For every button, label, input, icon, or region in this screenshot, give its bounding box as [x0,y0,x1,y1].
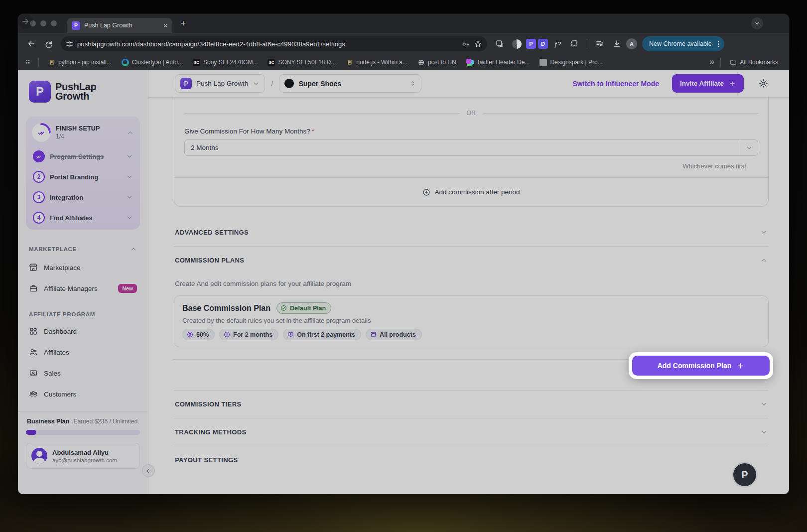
add-commission-plan-button[interactable]: Add Commission Plan [632,356,770,376]
chevron-down-icon[interactable] [126,214,133,221]
months-select[interactable]: 2 Months [184,139,758,156]
bookmark-label: Sony SEL2470GM... [203,59,258,66]
sidebar-item-sales[interactable]: Sales [26,363,140,383]
campaign-select[interactable]: Super Shoes [279,74,421,93]
tracking-methods-section[interactable]: TRACKING METHODS [174,418,769,446]
user-name: Abdulsamad Aliyu [52,449,117,456]
bookmark-item[interactable]: post to HN [413,56,460,68]
bookmark-label: post to HN [428,59,456,66]
extension-pushlap-icon[interactable]: P [526,39,536,49]
chrome-update-button[interactable]: New Chrome available [642,36,724,51]
sidebar-collapse-button[interactable] [142,464,155,477]
sales-card-icon [29,369,38,378]
tab-close-icon[interactable] [163,23,168,28]
all-bookmarks-button[interactable]: All Bookmarks [726,56,782,68]
extension-d-icon[interactable]: D [538,39,548,49]
bookmark-item[interactable]: Clusterly.ai | Auto... [118,56,187,68]
bookmark-item[interactable]: node.js - Within a... [342,56,411,68]
switch-influencer-mode-link[interactable]: Switch to Influencer Mode [573,80,659,88]
bookmarks-bar: python - pip install... Clusterly.ai | A… [18,55,789,70]
setup-step-program-settings[interactable]: Program Settings [32,150,134,162]
downloads-icon[interactable] [609,36,624,51]
user-card[interactable]: Abdulsamad Aliyu ayo@pushlapgrowth.com [26,443,140,469]
sidebar-item-marketplace[interactable]: Marketplace [26,258,140,277]
extension-notion-icon[interactable] [509,36,524,51]
site-settings-icon[interactable] [66,40,73,48]
required-asterisk: * [312,128,314,135]
finish-setup-card: FINISH SETUP 1/4 Program Settings 2 [26,117,140,230]
chat-widget-button[interactable]: P [733,463,756,486]
media-controls-icon[interactable] [592,36,607,51]
browser-toolbar: pushlapgrowth.com/dashboard/campaign/340… [18,33,789,55]
setup-step-find-affiliates[interactable]: 4 Find Affiliates [32,212,134,224]
url-bar[interactable]: pushlapgrowth.com/dashboard/campaign/340… [61,36,487,51]
setup-step-integration[interactable]: 3 Integration [32,191,134,203]
app-logo-mark: P [29,81,51,103]
back-button[interactable] [24,36,39,51]
globe-favicon [417,59,425,66]
finish-setup-progress: 1/4 [56,133,122,140]
password-manager-icon[interactable] [461,40,470,48]
sidebar-item-customers[interactable]: Customers [26,384,140,404]
bookmark-star-icon[interactable] [474,40,482,48]
setup-step-portal-branding[interactable]: 2 Portal Branding [32,171,134,183]
window-zoom-button[interactable] [51,20,57,26]
app-logo[interactable]: P PushLapGrowth [29,81,137,103]
bookmark-item[interactable]: Designspark | Pro... [536,56,606,68]
advanced-settings-section[interactable]: ADVANCED SETTINGS [174,219,769,246]
window-close-button[interactable] [30,20,36,26]
select-updown-icon [409,80,416,87]
users-icon [29,348,38,357]
arrow-left-icon [145,468,152,474]
bookmark-item[interactable]: SC SONY SEL50F18 D... [264,56,340,68]
chevron-down-icon[interactable] [126,194,133,201]
program-select-value: Push Lap Growth [196,80,248,87]
sc-favicon: SC [268,59,275,66]
extensions-puzzle-icon[interactable] [567,36,582,51]
save-to-collection-icon[interactable] [492,36,507,51]
apps-grid-icon[interactable] [25,59,32,66]
extension-fn-icon[interactable]: ƒ? [550,36,565,51]
chevron-up-icon[interactable] [130,246,137,253]
months-select-value: 2 Months [185,144,740,151]
bookmark-item[interactable]: Twitter Header De... [462,56,534,68]
reload-button[interactable] [41,36,56,51]
commission-tiers-section[interactable]: COMMISSION TIERS [174,390,769,418]
chevron-down-icon[interactable] [126,153,133,160]
sidebar-item-dashboard[interactable]: Dashboard [26,321,140,341]
sidebar-item-affiliates[interactable]: Affiliates [26,342,140,362]
plan-card-description: Created by the default rules you set in … [182,317,760,324]
theme-toggle-sun-icon[interactable] [759,79,768,88]
bookmark-item[interactable]: SC Sony SEL2470GM... [189,56,262,68]
base-commission-plan-card: Base Commission Plan Default Plan Create… [174,295,769,347]
months-field-label: Give Commission For How Many Months?* [184,128,758,135]
settings-scroll-area[interactable]: OR Give Commission For How Many Months?*… [148,98,789,494]
script-favicon [48,59,55,66]
program-select[interactable]: P Push Lap Growth [175,74,265,93]
sidebar-item-affiliate-managers[interactable]: Affiliate Managers New [26,278,140,298]
default-plan-badge-label: Default Plan [290,305,326,312]
highlight-halo: Add Commission Plan [629,352,773,379]
window-minimize-button[interactable] [40,20,46,26]
invite-affiliate-button[interactable]: Invite Affiliate [672,74,744,93]
bookmark-item[interactable]: python - pip install... [44,56,116,68]
profile-avatar[interactable]: A [626,38,637,49]
twitter-header-favicon [466,59,474,66]
chevron-down-icon[interactable] [126,173,133,180]
add-commission-after-period-button[interactable]: Add commission after period [184,178,758,206]
commission-plans-section[interactable]: COMMISSION PLANS [174,247,769,274]
step-label: Program Settings [50,153,121,160]
commission-form-panel: OR Give Commission For How Many Months?*… [174,98,769,207]
chevron-up-icon[interactable] [127,129,134,136]
finish-setup-title: FINISH SETUP [56,125,122,132]
new-tab-button[interactable]: + [176,16,190,30]
bookmarks-overflow-icon[interactable] [708,59,715,66]
payout-settings-section[interactable]: PAYOUT SETTINGS [174,446,769,474]
browser-menu-icon[interactable] [716,41,721,47]
marketplace-section-header[interactable]: MARKETPLACE [29,246,137,253]
browser-tab[interactable]: P Push Lap Growth [67,18,172,33]
tab-search-button[interactable] [751,17,763,29]
tab-title: Push Lap Growth [84,22,159,29]
finish-setup-header[interactable]: FINISH SETUP 1/4 [32,123,134,142]
sidebar-divider [18,411,148,411]
